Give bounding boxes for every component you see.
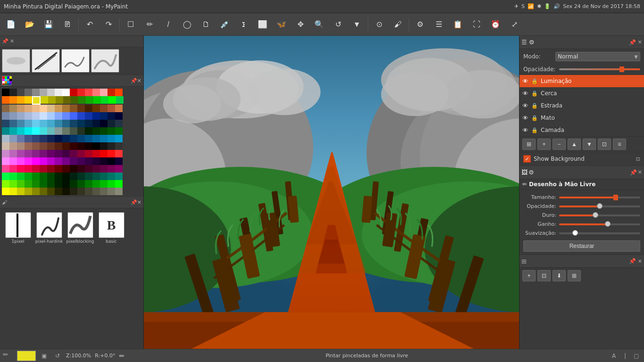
- color-cell[interactable]: [63, 96, 71, 104]
- param-slider-opacidade[interactable]: [559, 206, 640, 207]
- bezier-button[interactable]: 🗋: [197, 16, 215, 33]
- color-cell[interactable]: [77, 127, 85, 135]
- color-cell[interactable]: [92, 142, 100, 150]
- freehand-button[interactable]: ✏: [140, 16, 158, 33]
- brush-settings-icon1[interactable]: 🖼: [521, 169, 528, 176]
- color-cell[interactable]: [115, 120, 123, 127]
- layer-up-button[interactable]: ▲: [568, 139, 581, 150]
- color-cell[interactable]: [92, 157, 100, 165]
- color-cell[interactable]: [107, 105, 115, 112]
- color-cell[interactable]: [70, 157, 77, 165]
- zoom-in-button[interactable]: 🔍: [310, 16, 328, 33]
- color-cell-selected[interactable]: [32, 96, 41, 105]
- timer-button[interactable]: ⏰: [487, 16, 504, 33]
- layer-down-button[interactable]: ▼: [583, 139, 596, 150]
- bottom-right-icon-3[interactable]: ▢: [632, 351, 641, 361]
- color-indicator[interactable]: [17, 351, 36, 361]
- color-cell[interactable]: [100, 89, 107, 96]
- color-cell[interactable]: [32, 89, 40, 96]
- color-cell[interactable]: [55, 127, 62, 135]
- color-cell[interactable]: [17, 142, 25, 150]
- layer-merge-bottom-button[interactable]: ⊞: [568, 270, 581, 281]
- color-cell[interactable]: [2, 165, 9, 173]
- color-cell[interactable]: [62, 165, 70, 173]
- color-cell[interactable]: [70, 142, 77, 150]
- layers-close-icon[interactable]: ✕: [638, 39, 642, 45]
- save-as-button[interactable]: 🖹: [58, 16, 76, 33]
- color-close-icon[interactable]: ✕: [137, 78, 141, 84]
- color-cell[interactable]: [47, 112, 55, 120]
- color-cell[interactable]: [2, 112, 9, 120]
- color-cell[interactable]: [9, 188, 17, 195]
- color-cell[interactable]: [55, 120, 62, 127]
- color-cell[interactable]: [55, 112, 62, 120]
- color-cell[interactable]: [47, 105, 55, 112]
- brush-settings-icon2[interactable]: ⚙: [528, 169, 534, 176]
- color-cell[interactable]: [32, 150, 40, 157]
- color-cell[interactable]: [115, 142, 123, 150]
- bottom-icon-2[interactable]: ↺: [53, 351, 62, 361]
- color-cell[interactable]: [85, 165, 92, 173]
- color-cell[interactable]: [17, 150, 25, 157]
- color-cell[interactable]: [56, 96, 63, 104]
- color-cell[interactable]: [85, 89, 92, 96]
- color-cell[interactable]: [17, 127, 25, 135]
- color-cell[interactable]: [55, 173, 62, 180]
- color-cell[interactable]: [32, 120, 40, 127]
- color-cell[interactable]: [25, 135, 32, 142]
- line-button[interactable]: /: [159, 16, 177, 33]
- color-cell[interactable]: [9, 112, 17, 120]
- color-cell[interactable]: [9, 173, 17, 180]
- brush-item-basic[interactable]: B basic: [97, 212, 125, 244]
- brushes-button[interactable]: 🖌: [389, 16, 407, 33]
- color-cell[interactable]: [85, 120, 92, 127]
- color-cell[interactable]: [48, 96, 56, 104]
- color-cell[interactable]: [32, 180, 40, 188]
- layer-eye-estrada[interactable]: 👁: [522, 102, 528, 109]
- layer-bottom-close-icon[interactable]: ✕: [638, 258, 642, 264]
- expand-button[interactable]: ⤢: [505, 16, 523, 33]
- color-cell[interactable]: [77, 173, 85, 180]
- color-cell[interactable]: [47, 180, 55, 188]
- color-cell[interactable]: [70, 165, 77, 173]
- color-cell[interactable]: [100, 142, 107, 150]
- color-cell[interactable]: [17, 135, 25, 142]
- color-cell[interactable]: [93, 96, 101, 104]
- color-cell[interactable]: [85, 150, 92, 157]
- color-cell[interactable]: [40, 112, 47, 120]
- color-cell[interactable]: [62, 142, 70, 150]
- color-cell[interactable]: [40, 173, 47, 180]
- color-cell[interactable]: [55, 135, 62, 142]
- color-cell[interactable]: [47, 127, 55, 135]
- pin-icon[interactable]: 📌: [2, 38, 8, 44]
- color-cell[interactable]: [2, 150, 9, 157]
- color-cell[interactable]: [2, 135, 9, 142]
- show-bg-settings-icon[interactable]: ⊡: [636, 156, 640, 162]
- color-cell[interactable]: [40, 89, 47, 96]
- color-cell[interactable]: [100, 105, 107, 112]
- color-cell[interactable]: [85, 157, 92, 165]
- color-cell[interactable]: [32, 127, 40, 135]
- layers-settings-icon[interactable]: ⚙: [529, 39, 535, 46]
- layer-item-camada[interactable]: 👁 🔒 Camada: [520, 124, 644, 136]
- color-cell[interactable]: [9, 142, 17, 150]
- bottom-brush-icon[interactable]: ✏: [3, 351, 13, 361]
- menu-button[interactable]: ☰: [430, 16, 448, 33]
- color-cell[interactable]: [77, 135, 85, 142]
- color-cell[interactable]: [107, 180, 115, 188]
- brush-item-pixel-hardink[interactable]: pixel-hardink: [35, 212, 63, 244]
- color-cell[interactable]: [92, 173, 100, 180]
- color-cell[interactable]: [17, 188, 25, 195]
- layer-add-button[interactable]: +: [537, 139, 551, 150]
- color-cell[interactable]: [100, 150, 107, 157]
- color-cell[interactable]: [100, 173, 107, 180]
- color-cell[interactable]: [92, 165, 100, 173]
- layer-export-bottom-button[interactable]: ⬇: [553, 270, 566, 281]
- color-cell[interactable]: [62, 112, 70, 120]
- color-cell[interactable]: [70, 89, 77, 96]
- save-button[interactable]: 💾: [40, 16, 58, 33]
- fill-button[interactable]: ⯿: [235, 16, 253, 33]
- color-cell[interactable]: [107, 173, 115, 180]
- color-cell[interactable]: [92, 127, 100, 135]
- color-cell[interactable]: [92, 112, 100, 120]
